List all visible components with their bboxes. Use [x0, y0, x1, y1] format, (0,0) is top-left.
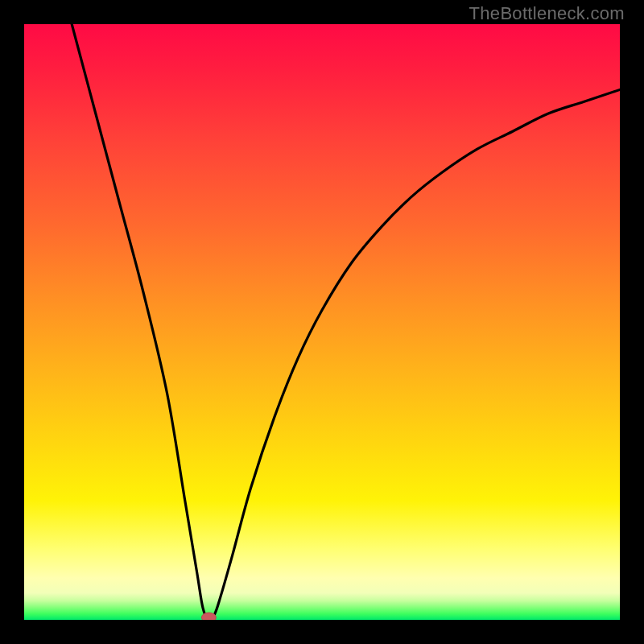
chart-frame: TheBottleneck.com: [0, 0, 644, 644]
plot-area: [24, 24, 620, 620]
curve-svg: [24, 24, 620, 620]
bottleneck-curve: [72, 24, 620, 620]
watermark-text: TheBottleneck.com: [469, 3, 625, 24]
min-marker: [201, 613, 216, 620]
